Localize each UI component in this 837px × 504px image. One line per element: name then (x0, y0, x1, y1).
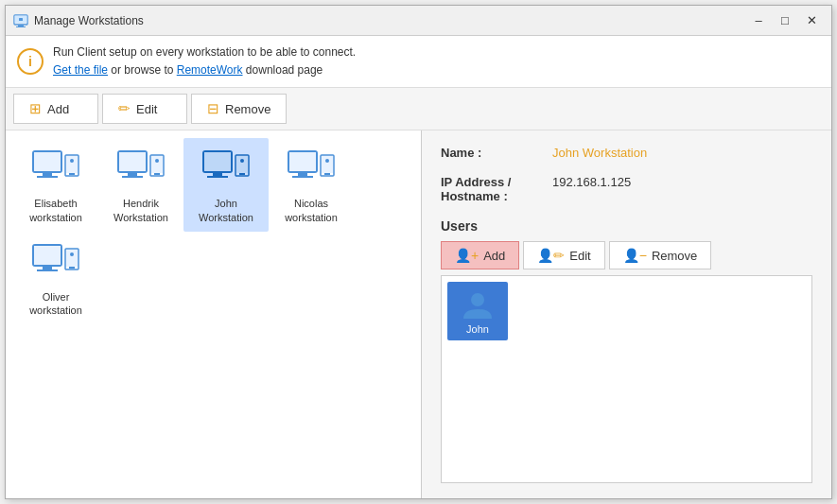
info-line3: download page (243, 63, 323, 77)
svg-rect-7 (43, 172, 52, 176)
users-section: Users 👤+ Add 👤✏ Edit 👤− Remove (441, 218, 812, 483)
svg-rect-8 (37, 176, 58, 178)
svg-rect-32 (292, 176, 313, 178)
main-window: Manage Workstations – □ ✕ i Run Client s… (5, 5, 832, 499)
svg-rect-14 (119, 152, 146, 171)
svg-rect-26 (236, 156, 248, 173)
remove-user-label: Remove (652, 249, 697, 263)
ip-value: 192.168.1.125 (552, 175, 631, 189)
workstation-label-nicolas: Nicolasworkstation (285, 197, 338, 224)
svg-point-36 (325, 159, 329, 163)
svg-rect-24 (207, 176, 228, 178)
users-toolbar: 👤+ Add 👤✏ Edit 👤− Remove (441, 241, 812, 269)
svg-rect-27 (239, 173, 245, 175)
users-title: Users (441, 218, 812, 234)
name-label: Name : (441, 146, 545, 160)
svg-rect-18 (151, 156, 163, 173)
svg-rect-1 (18, 25, 24, 26)
workstation-item-hendrik[interactable]: HendrikWorkstation (98, 138, 183, 232)
workstation-icon-john (198, 146, 254, 193)
workstation-icon-hendrik (113, 146, 169, 193)
workstation-icon-nicolas (283, 146, 340, 193)
info-icon: i (17, 48, 44, 75)
workstation-label-john: JohnWorkstation (199, 197, 253, 224)
svg-rect-19 (154, 173, 160, 175)
workstation-icon-elisabeth (27, 146, 84, 193)
main-content: Elisabethworkstation (6, 130, 831, 498)
title-bar: Manage Workstations – □ ✕ (6, 6, 831, 36)
workstation-label-oliver: Oliverworkstation (29, 290, 82, 318)
svg-point-12 (70, 159, 74, 163)
svg-point-44 (70, 252, 74, 256)
remove-workstation-button[interactable]: ⊟ Remove (191, 94, 287, 124)
remove-user-button[interactable]: 👤− Remove (609, 241, 712, 269)
add-label: Add (47, 102, 69, 116)
maximize-button[interactable]: □ (773, 11, 797, 30)
workstation-item-nicolas[interactable]: Nicolasworkstation (269, 138, 354, 232)
add-user-button[interactable]: 👤+ Add (441, 241, 519, 269)
window-controls: – □ ✕ (746, 11, 824, 30)
edit-icon: ✏ (118, 100, 131, 117)
remotework-link[interactable]: RemoteWork (177, 63, 243, 77)
svg-rect-11 (69, 173, 75, 175)
svg-rect-39 (43, 266, 52, 269)
get-file-link[interactable]: Get the file (53, 63, 108, 77)
svg-rect-23 (213, 172, 222, 176)
svg-point-28 (240, 159, 244, 163)
svg-rect-15 (128, 172, 137, 176)
close-button[interactable]: ✕ (799, 11, 824, 30)
remove-label: Remove (225, 102, 270, 116)
info-bar: i Run Client setup on every workstation … (6, 36, 831, 88)
svg-rect-10 (66, 156, 78, 173)
svg-rect-4 (19, 18, 23, 21)
user-item-john[interactable]: John (447, 282, 508, 340)
workstation-item-oliver[interactable]: Oliverworkstation (13, 232, 98, 325)
window-title: Manage Workstations (34, 14, 746, 27)
toolbar: ⊞ Add ✏ Edit ⊟ Remove (6, 88, 831, 130)
edit-user-button[interactable]: 👤✏ Edit (523, 241, 604, 269)
svg-point-45 (471, 293, 484, 306)
svg-rect-35 (324, 173, 330, 175)
info-line2: or browse to (108, 63, 177, 77)
svg-rect-43 (69, 267, 75, 269)
remove-user-icon: 👤− (623, 248, 647, 263)
svg-rect-38 (34, 246, 61, 265)
edit-user-icon: 👤✏ (537, 248, 565, 263)
app-icon (13, 13, 28, 28)
svg-rect-42 (66, 250, 78, 267)
users-list: John (441, 275, 812, 483)
add-user-label: Add (483, 249, 505, 263)
add-icon: ⊞ (29, 100, 42, 117)
workstation-panel: Elisabethworkstation (6, 130, 422, 498)
user-label-john: John (466, 323, 489, 335)
workstation-label-hendrik: HendrikWorkstation (113, 197, 168, 224)
svg-point-20 (155, 159, 159, 163)
svg-rect-34 (322, 156, 333, 173)
user-icon-john (461, 287, 495, 322)
workstation-grid: Elisabethworkstation (13, 138, 413, 324)
edit-user-label: Edit (569, 249, 590, 263)
info-text: Run Client setup on every workstation to… (53, 43, 356, 79)
edit-workstation-button[interactable]: ✏ Edit (102, 94, 187, 124)
svg-rect-6 (34, 152, 61, 171)
add-workstation-button[interactable]: ⊞ Add (13, 94, 98, 124)
svg-rect-2 (16, 26, 26, 27)
edit-label: Edit (136, 102, 157, 116)
name-row: Name : John Workstation (441, 146, 812, 160)
svg-rect-22 (204, 152, 231, 171)
workstation-item-elisabeth[interactable]: Elisabethworkstation (13, 138, 98, 232)
workstation-item-john[interactable]: JohnWorkstation (183, 138, 269, 232)
svg-rect-31 (298, 172, 307, 176)
svg-rect-30 (289, 152, 316, 171)
name-value: John Workstation (552, 146, 647, 160)
add-user-icon: 👤+ (455, 248, 479, 263)
info-line1: Run Client setup on every workstation to… (53, 45, 356, 59)
ip-label: IP Address / Hostname : (441, 175, 545, 203)
svg-rect-40 (37, 269, 58, 271)
remove-icon: ⊟ (207, 100, 219, 117)
ip-row: IP Address / Hostname : 192.168.1.125 (441, 175, 812, 203)
detail-panel: Name : John Workstation IP Address / Hos… (422, 130, 831, 498)
workstation-icon-oliver (27, 239, 84, 287)
minimize-button[interactable]: – (746, 11, 771, 30)
svg-rect-16 (122, 176, 143, 178)
